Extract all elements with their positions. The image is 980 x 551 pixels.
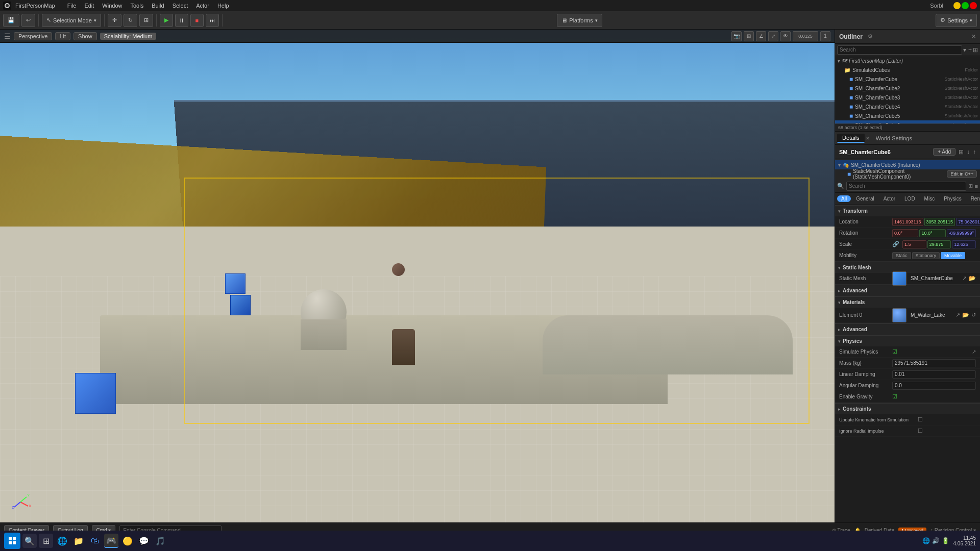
tab-world-settings[interactable]: World Settings bbox=[871, 134, 917, 142]
lit-button[interactable]: Lit bbox=[55, 32, 70, 40]
vp-grid-size-btn[interactable]: 0.0125 bbox=[793, 31, 818, 41]
mobility-stationary-button[interactable]: Stationary bbox=[912, 252, 940, 259]
settings-button[interactable]: ⚙ Settings ▾ bbox=[936, 14, 977, 27]
viewport[interactable]: ☰ Perspective Lit Show Scalability: Medi… bbox=[0, 30, 835, 522]
cat-tab-rendering[interactable]: Rendering bbox=[967, 195, 980, 202]
taskbar-spotify[interactable]: 🎵 bbox=[153, 534, 167, 548]
mobility-static-button[interactable]: Static bbox=[892, 252, 911, 259]
outliner-item-cube3[interactable]: ◼ SM_ChamferCube3 StaticMeshActor bbox=[835, 93, 980, 102]
menu-build[interactable]: Build bbox=[148, 2, 168, 10]
tab-details[interactable]: Details bbox=[837, 134, 865, 143]
component-actions-icon[interactable]: ⊞ bbox=[959, 148, 964, 156]
taskbar-discord[interactable]: 💬 bbox=[137, 534, 151, 548]
save-button[interactable]: 💾 bbox=[3, 14, 19, 27]
outliner-close-icon[interactable]: ✕ bbox=[971, 33, 976, 40]
section-physics-header[interactable]: ▾ Physics bbox=[835, 335, 980, 346]
outliner-filter-icon[interactable]: ▾ bbox=[963, 46, 966, 54]
scalability-button[interactable]: Scalability: Medium bbox=[100, 33, 157, 40]
linear-damping-value[interactable]: 0.01 bbox=[892, 370, 976, 379]
cat-tab-actor[interactable]: Actor bbox=[879, 195, 899, 202]
selection-mode-button[interactable]: ↖ Selection Mode ▾ bbox=[42, 14, 101, 27]
section-materials-header[interactable]: ▾ Materials bbox=[835, 296, 980, 308]
scale-y-input[interactable]: 29.875 bbox=[927, 240, 951, 248]
menu-select[interactable]: Select bbox=[168, 2, 192, 10]
menu-actor[interactable]: Actor bbox=[192, 2, 213, 10]
radial-checkbox[interactable]: ☐ bbox=[918, 428, 923, 434]
maximize-button[interactable] bbox=[962, 2, 969, 9]
start-button[interactable] bbox=[4, 533, 20, 549]
mobility-movable-button[interactable]: Movable bbox=[941, 252, 965, 259]
show-button[interactable]: Show bbox=[74, 32, 97, 40]
translate-button[interactable]: ✛ bbox=[108, 14, 121, 27]
taskbar-taskview[interactable]: ⊞ bbox=[39, 534, 53, 548]
edit-cpp-button[interactable]: Edit in C++ bbox=[947, 170, 977, 178]
section-static-mesh-header[interactable]: ▾ Static Mesh bbox=[835, 262, 980, 273]
scale-lock-icon[interactable]: 🔗 bbox=[892, 241, 899, 247]
section-advanced-1-header[interactable]: ▸ Advanced bbox=[835, 285, 980, 296]
scale-z-input[interactable]: 12.625 bbox=[952, 240, 976, 248]
import-icon[interactable]: ↓ bbox=[967, 148, 970, 156]
platforms-button[interactable]: 🖥 Platforms ▾ bbox=[557, 14, 602, 27]
pause-button[interactable]: ⏸ bbox=[175, 14, 188, 27]
details-search-input[interactable] bbox=[846, 182, 966, 191]
outliner-item-cube4[interactable]: ◼ SM_ChamferCube4 StaticMeshActor bbox=[835, 102, 980, 111]
outliner-item-cube2[interactable]: ◼ SM_ChamferCube2 StaticMeshActor bbox=[835, 84, 980, 93]
play-button[interactable]: ▶ bbox=[160, 14, 173, 27]
comp-item-staticmesh[interactable]: ◼ StaticMeshComponent (StaticMeshCompone… bbox=[835, 169, 980, 179]
cat-tab-lod[interactable]: LOD bbox=[900, 195, 919, 202]
menu-window[interactable]: Window bbox=[98, 2, 126, 10]
simulate-checkbox[interactable]: ☑ bbox=[892, 348, 897, 355]
outliner-expand-icon[interactable]: ⊞ bbox=[973, 46, 978, 54]
vp-grid-snap-btn[interactable]: ⊞ bbox=[744, 31, 754, 41]
outliner-add-icon[interactable]: + bbox=[968, 46, 972, 54]
undo-button[interactable]: ↩ bbox=[21, 14, 35, 27]
rotation-x-input[interactable]: 0.0° bbox=[892, 229, 918, 237]
section-advanced-2-header[interactable]: ▸ Advanced bbox=[835, 323, 980, 335]
outliner-item-cube1[interactable]: ◼ SM_ChamferCube StaticMeshActor bbox=[835, 74, 980, 84]
cat-tab-all[interactable]: All bbox=[837, 195, 851, 202]
taskbar-search[interactable]: 🔍 bbox=[22, 534, 37, 548]
mesh-browse-icon[interactable]: 📂 bbox=[969, 275, 976, 282]
taskbar-chrome[interactable]: 🟡 bbox=[120, 534, 135, 548]
taskbar-explorer[interactable]: 📁 bbox=[71, 534, 86, 548]
simulate-external-icon[interactable]: ↗ bbox=[972, 349, 976, 355]
skip-button[interactable]: ⏭ bbox=[206, 14, 219, 27]
cat-tab-misc[interactable]: Misc bbox=[920, 195, 939, 202]
tab-details-close[interactable]: ✕ bbox=[866, 136, 870, 141]
section-constraints-header[interactable]: ▸ Constraints bbox=[835, 403, 980, 414]
stop-button[interactable]: ■ bbox=[190, 14, 204, 27]
vp-angle-snap-btn[interactable]: ∠ bbox=[756, 31, 766, 41]
search-layout-icon[interactable]: ⊞ bbox=[968, 183, 973, 189]
vp-scale-snap-btn[interactable]: ⤢ bbox=[768, 31, 778, 41]
vp-snap-value-btn[interactable]: 1 bbox=[820, 31, 830, 41]
cat-tab-physics[interactable]: Physics bbox=[940, 195, 965, 202]
kinematic-checkbox[interactable]: ☐ bbox=[918, 416, 923, 423]
mat-edit-icon[interactable]: ↗ bbox=[955, 312, 960, 318]
outliner-item-firstpersonmap[interactable]: ▾ 🗺 FirstPersonMap (Editor) bbox=[835, 56, 980, 65]
menu-edit[interactable]: Edit bbox=[80, 2, 98, 10]
taskbar-edge[interactable]: 🌐 bbox=[55, 534, 69, 548]
menu-help[interactable]: Help bbox=[213, 2, 233, 10]
search-list-icon[interactable]: ≡ bbox=[975, 183, 978, 189]
rotation-y-input[interactable]: 10.0° bbox=[919, 229, 945, 237]
mat-reset-icon[interactable]: ↺ bbox=[971, 312, 976, 318]
minimize-button[interactable] bbox=[953, 2, 961, 9]
mat-browse-icon[interactable]: 📂 bbox=[962, 312, 969, 318]
angular-damping-value[interactable]: 0.0 bbox=[892, 382, 976, 390]
outliner-item-cube5[interactable]: ◼ SM_ChamferCube5 StaticMeshActor bbox=[835, 111, 980, 120]
mass-value[interactable]: 29571.585191 bbox=[892, 359, 976, 367]
menu-tools[interactable]: Tools bbox=[126, 2, 148, 10]
vp-camera-btn[interactable]: 📷 bbox=[731, 31, 742, 41]
outliner-item-simulatedcubes[interactable]: 📁 SimulatedCubes Folder bbox=[835, 65, 980, 74]
location-z-input[interactable]: 75.062601 bbox=[956, 218, 980, 226]
location-x-input[interactable]: 1461.093116 bbox=[892, 218, 923, 226]
taskbar-ue[interactable]: 🎮 bbox=[104, 534, 118, 548]
mesh-edit-icon[interactable]: ↗ bbox=[962, 275, 967, 282]
taskbar-store[interactable]: 🛍 bbox=[88, 534, 102, 548]
viewport-menu-icon[interactable]: ☰ bbox=[4, 32, 11, 40]
menu-file[interactable]: File bbox=[63, 2, 81, 10]
cat-tab-general[interactable]: General bbox=[852, 195, 878, 202]
add-component-button[interactable]: + Add bbox=[933, 148, 955, 156]
section-transform-header[interactable]: ▾ Transform bbox=[835, 205, 980, 216]
close-button[interactable] bbox=[970, 2, 977, 9]
